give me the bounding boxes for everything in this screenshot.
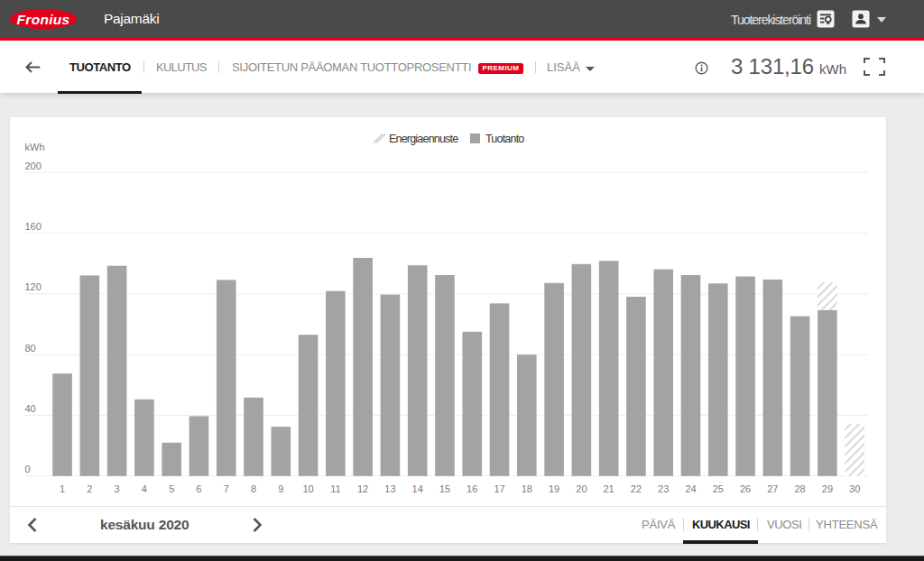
- svg-text:120: 120: [25, 281, 42, 292]
- svg-text:0: 0: [25, 464, 31, 474]
- svg-text:1: 1: [60, 483, 65, 493]
- svg-text:7: 7: [224, 483, 229, 493]
- svg-text:24: 24: [685, 483, 696, 493]
- svg-text:8: 8: [251, 483, 256, 493]
- svg-text:4: 4: [142, 483, 147, 493]
- svg-text:22: 22: [631, 483, 642, 493]
- svg-text:25: 25: [713, 483, 724, 493]
- svg-text:80: 80: [25, 342, 36, 353]
- svg-text:21: 21: [603, 483, 614, 493]
- svg-text:16: 16: [467, 483, 477, 493]
- svg-text:2: 2: [87, 483, 92, 493]
- svg-text:28: 28: [794, 483, 805, 493]
- svg-text:14: 14: [412, 483, 423, 493]
- svg-text:3: 3: [115, 483, 120, 493]
- svg-text:19: 19: [549, 483, 559, 493]
- svg-text:15: 15: [439, 483, 450, 493]
- svg-text:13: 13: [384, 483, 395, 493]
- svg-text:11: 11: [330, 483, 340, 493]
- svg-text:9: 9: [278, 483, 283, 493]
- svg-text:18: 18: [522, 483, 532, 493]
- svg-text:200: 200: [25, 160, 42, 170]
- svg-text:6: 6: [196, 483, 201, 493]
- svg-text:160: 160: [25, 221, 42, 232]
- svg-text:12: 12: [357, 483, 368, 493]
- svg-text:17: 17: [494, 483, 504, 493]
- svg-text:26: 26: [740, 483, 751, 493]
- svg-text:40: 40: [25, 402, 36, 413]
- svg-text:23: 23: [658, 483, 669, 493]
- svg-text:20: 20: [576, 483, 587, 493]
- svg-text:5: 5: [169, 483, 174, 493]
- svg-text:kWh: kWh: [25, 141, 45, 152]
- svg-text:27: 27: [767, 483, 778, 493]
- svg-text:10: 10: [302, 483, 313, 493]
- svg-text:30: 30: [849, 483, 860, 493]
- svg-text:29: 29: [822, 483, 833, 493]
